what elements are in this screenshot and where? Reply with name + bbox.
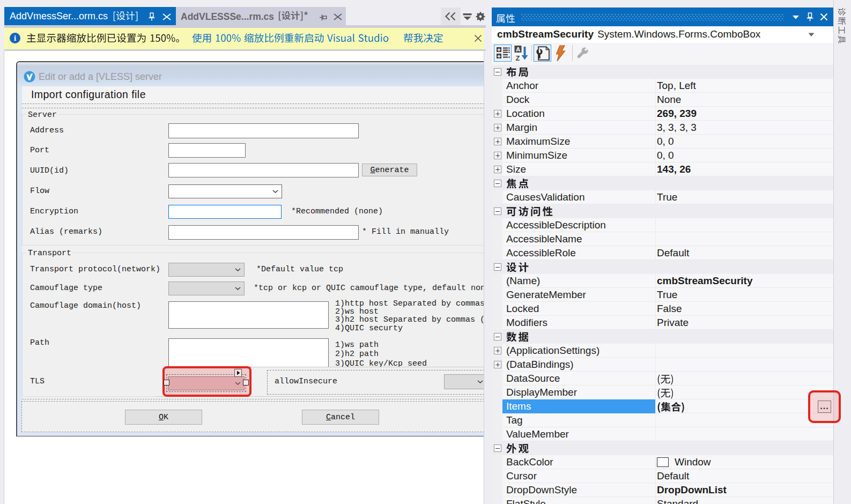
svg-text:Z: Z [516,54,520,62]
svg-text:A: A [516,46,520,53]
